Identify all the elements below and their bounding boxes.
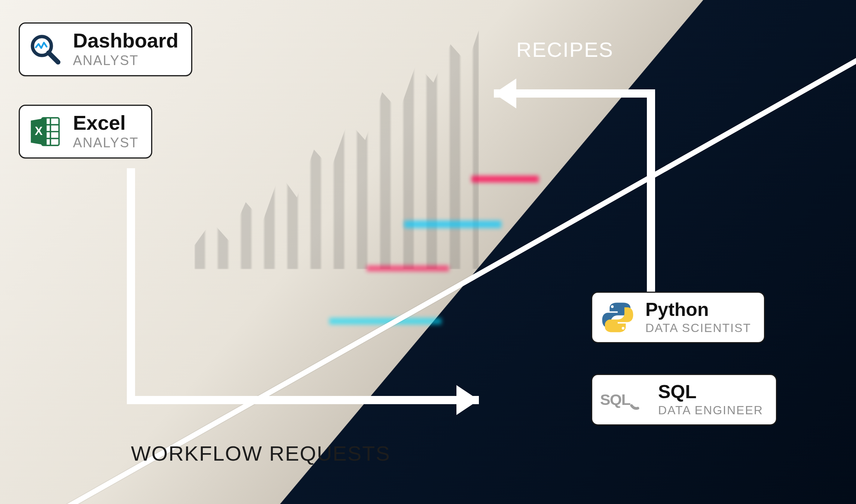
card-excel: X Excel ANALYST bbox=[19, 105, 152, 159]
svg-point-12 bbox=[622, 327, 624, 329]
svg-text:X: X bbox=[35, 125, 43, 138]
card-python: Python DATA SCIENTIST bbox=[591, 292, 765, 343]
sql-icon: SQL bbox=[600, 382, 648, 418]
card-dashboard-title: Dashboard bbox=[73, 30, 178, 50]
card-excel-role: ANALYST bbox=[73, 135, 138, 151]
excel-icon: X bbox=[27, 114, 63, 150]
card-excel-title: Excel bbox=[73, 113, 138, 133]
label-workflow-requests: WORKFLOW REQUESTS bbox=[131, 441, 391, 465]
card-python-title: Python bbox=[645, 300, 751, 319]
card-dashboard: Dashboard ANALYST bbox=[19, 22, 192, 76]
card-sql-title: SQL bbox=[658, 382, 763, 401]
card-sql: SQL SQL DATA ENGINEER bbox=[591, 374, 777, 425]
python-icon bbox=[600, 299, 636, 335]
svg-text:SQL: SQL bbox=[600, 391, 630, 408]
card-sql-role: DATA ENGINEER bbox=[658, 403, 763, 417]
svg-point-11 bbox=[611, 305, 614, 308]
label-recipes: RECIPES bbox=[516, 37, 614, 62]
card-python-role: DATA SCIENTIST bbox=[645, 321, 751, 335]
svg-line-3 bbox=[49, 53, 58, 62]
dashboard-search-icon bbox=[27, 31, 63, 67]
diagram-stage: RECIPES WORKFLOW REQUESTS Dashboard ANAL… bbox=[0, 0, 856, 504]
card-dashboard-role: ANALYST bbox=[73, 53, 178, 68]
